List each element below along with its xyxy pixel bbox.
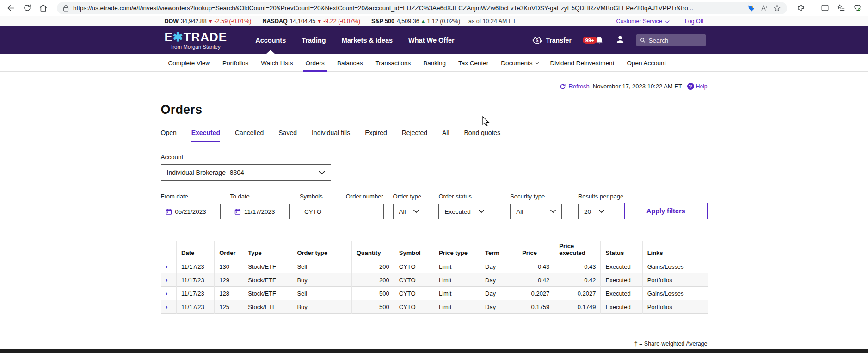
order-tab[interactable]: All <box>442 129 449 142</box>
symbols-input[interactable] <box>304 208 327 215</box>
row-link[interactable]: Gains/Losses <box>642 260 707 273</box>
cell-term: Day <box>480 273 517 287</box>
subnav-item[interactable]: Transactions <box>375 54 411 72</box>
log-off-link[interactable]: Log Off <box>685 18 704 25</box>
toolbar-divider <box>813 4 813 12</box>
order-tab[interactable]: Rejected <box>402 129 427 142</box>
home-icon[interactable] <box>39 4 48 12</box>
to-date-field[interactable] <box>230 204 290 219</box>
expand-row-icon[interactable]: › <box>166 263 168 270</box>
subnav-item[interactable]: Watch Lists <box>261 54 293 72</box>
lock-icon[interactable] <box>62 5 69 11</box>
order-tab[interactable]: Cancelled <box>235 129 264 142</box>
column-header: Order type <box>292 241 351 260</box>
order-status-tabs: Open Executed Cancelled Saved Individual… <box>161 129 708 142</box>
read-aloud-icon[interactable] <box>760 4 769 12</box>
market-ticker-bar: DOW 34,942.88 ▼ -2.59 (-0.01%) NASDAQ 14… <box>0 16 868 26</box>
main-nav-item[interactable]: What We Offer <box>400 26 462 54</box>
main-nav-item[interactable]: Accounts <box>247 26 294 54</box>
row-link[interactable]: Gains/Losses <box>642 287 707 300</box>
subnav-item[interactable]: Orders <box>306 54 325 72</box>
column-header: Order <box>215 241 243 260</box>
order-row: › 11/17/23 125 Stock/ETF Buy 500 CYTO Li… <box>161 300 708 314</box>
notifications-button[interactable]: 99+ <box>583 36 604 45</box>
order-tab[interactable]: Bond quotes <box>464 129 501 142</box>
browser-essentials-icon[interactable] <box>853 4 862 12</box>
subnav-item[interactable]: Banking <box>423 54 446 72</box>
results-per-page-dropdown[interactable]: 20 <box>578 204 610 219</box>
favorite-star-icon[interactable] <box>773 4 782 12</box>
subnav-item[interactable]: Balances <box>337 54 363 72</box>
from-date-input[interactable] <box>175 208 216 215</box>
favorites-list-icon[interactable] <box>837 4 845 12</box>
order-tab[interactable]: Open <box>161 129 177 142</box>
help-button[interactable]: ? Help <box>687 83 708 90</box>
cell-order-number: 130 <box>215 260 243 273</box>
to-date-input[interactable] <box>244 208 285 215</box>
order-tab[interactable]: Saved <box>278 129 297 142</box>
order-tab[interactable]: Executed <box>191 129 220 142</box>
from-date-field[interactable] <box>161 204 221 219</box>
extensions-icon[interactable] <box>796 4 805 12</box>
cell-quantity: 500 <box>351 300 394 314</box>
main-nav-item[interactable]: Markets & Ideas <box>334 26 400 54</box>
order-tab[interactable]: Individual fills <box>312 129 350 142</box>
shopping-icon[interactable] <box>747 4 756 12</box>
row-link[interactable]: Portfolios <box>642 300 707 314</box>
security-type-dropdown[interactable]: All <box>510 204 562 219</box>
subnav-item[interactable]: Complete View <box>168 54 210 72</box>
account-dropdown[interactable]: Individual Brokerage -8304 <box>161 164 331 181</box>
subnav-item[interactable]: Dividend Reinvestment <box>550 54 615 72</box>
cell-order-type: Buy <box>292 300 351 314</box>
back-icon[interactable] <box>6 4 15 12</box>
search-icon <box>640 37 646 43</box>
transfer-button[interactable]: $ Transfer <box>532 35 572 46</box>
subnav-item[interactable]: Documents <box>501 54 537 72</box>
cell-price: 0.42 <box>517 273 554 287</box>
refresh-button[interactable]: Refresh <box>560 83 590 90</box>
chevron-down-icon <box>479 210 484 213</box>
expand-row-icon[interactable]: › <box>166 276 168 283</box>
cell-symbol: CYTO <box>394 273 434 287</box>
cell-status: Executed <box>601 287 642 300</box>
cell-symbol: CYTO <box>394 300 434 314</box>
order-status-label: Order status <box>438 193 490 200</box>
profile-icon[interactable] <box>615 34 625 46</box>
address-bar[interactable]: https://us.etrade.com/e/t/invest/vieword… <box>57 2 787 14</box>
expand-row-icon[interactable]: › <box>166 290 168 297</box>
orders-page: Refresh November 17, 2023 10:22 AM ET ? … <box>161 72 708 347</box>
table-header-row: Date Order Type Order type Quantity Symb… <box>161 241 708 260</box>
svg-text:$: $ <box>536 37 538 43</box>
order-status-dropdown[interactable]: Executed <box>438 204 490 219</box>
header-search-box[interactable] <box>636 34 706 46</box>
main-nav-item[interactable]: Trading <box>294 26 333 54</box>
cell-order-number: 125 <box>215 300 243 314</box>
cell-term: Day <box>480 300 517 314</box>
order-number-field[interactable] <box>346 204 384 219</box>
subnav-item[interactable]: Open Account <box>627 54 666 72</box>
reload-icon[interactable] <box>23 4 31 12</box>
symbols-field[interactable] <box>300 204 332 219</box>
order-type-dropdown[interactable]: All <box>393 204 425 219</box>
subnav-item[interactable]: Tax Center <box>458 54 488 72</box>
order-tab[interactable]: Expired <box>365 129 387 142</box>
split-screen-icon[interactable] <box>820 4 829 12</box>
order-row: › 11/17/23 128 Stock/ETF Sell 500 CYTO L… <box>161 287 708 300</box>
expand-row-icon[interactable]: › <box>166 303 168 310</box>
customer-service-link[interactable]: Customer Service <box>616 18 668 25</box>
cell-type: Stock/ETF <box>243 287 292 300</box>
subnav-item[interactable]: Portfolios <box>222 54 248 72</box>
as-of-timestamp: as of 10:24 AM ET <box>468 18 516 25</box>
chevron-down-icon <box>535 60 539 64</box>
url-text[interactable]: https://us.etrade.com/e/t/invest/vieword… <box>73 5 743 12</box>
column-header: Price <box>517 241 554 260</box>
cell-price: 0.43 <box>517 260 554 273</box>
search-input[interactable] <box>649 37 702 44</box>
chevron-down-icon <box>599 210 604 213</box>
cell-status: Executed <box>601 273 642 287</box>
apply-filters-button[interactable]: Apply filters <box>624 203 708 219</box>
order-number-input[interactable] <box>351 208 379 215</box>
column-header: Price executed <box>554 241 601 260</box>
etrade-logo[interactable]: E✱TRADE from Morgan Stanley <box>165 31 228 50</box>
row-link[interactable]: Portfolios <box>642 273 707 287</box>
